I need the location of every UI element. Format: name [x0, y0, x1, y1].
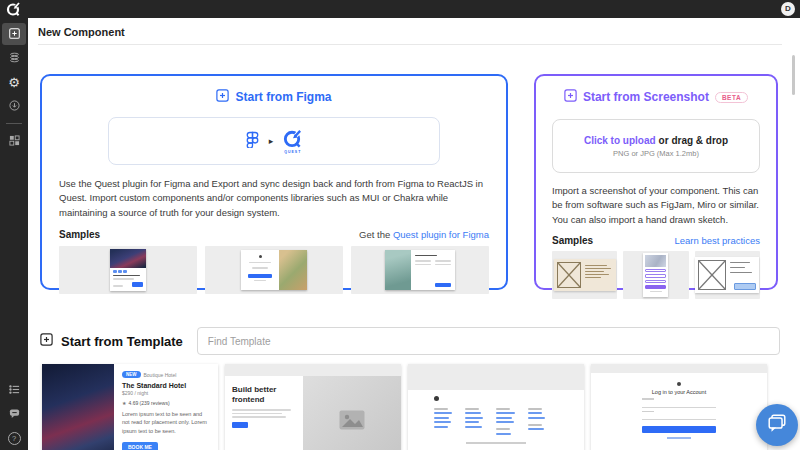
hotel-category: Boutique Hotel	[144, 372, 177, 378]
placeholder-line	[434, 421, 451, 423]
mock-logo	[259, 255, 262, 258]
placeholder-line	[252, 267, 269, 269]
chat-widget-button[interactable]	[756, 404, 798, 446]
start-from-screenshot-card[interactable]: Start from Screenshot BETA Click to uplo…	[534, 74, 778, 290]
footer-column	[434, 405, 452, 437]
placeholder-line	[528, 417, 545, 419]
placeholder-line	[730, 267, 744, 268]
placeholder-line	[496, 417, 512, 419]
sidebar-item-chat[interactable]	[2, 403, 26, 425]
mock-button	[645, 285, 666, 289]
template-hero-card[interactable]: Build better frontend	[225, 364, 401, 450]
hotel-body-text: Lorem ipsum text to be seen and not read…	[122, 410, 210, 435]
book-me-button[interactable]: BOOK ME	[122, 442, 158, 450]
login-mock: Log in to your Account	[591, 373, 767, 450]
wireframe-x-box	[698, 260, 726, 290]
mock-form	[411, 250, 455, 290]
placeholder-line	[465, 426, 482, 428]
arrow-right-icon: ▸	[269, 137, 274, 146]
placeholder-line	[232, 416, 286, 418]
placeholder-line	[496, 412, 515, 414]
download-circle-icon	[9, 97, 20, 115]
quest-logo-caption: QUEST	[284, 150, 301, 154]
get-plugin-text: Get the Quest plugin for Figma	[359, 229, 489, 240]
quest-plugin-link[interactable]: Quest plugin for Figma	[393, 229, 489, 240]
placeholder-line	[642, 398, 654, 400]
wireframe-card-mock	[695, 257, 759, 293]
user-avatar[interactable]: D	[781, 2, 795, 16]
start-from-figma-card[interactable]: Start from Figma ▸	[40, 74, 508, 290]
screenshot-sample-sketch[interactable]	[552, 251, 617, 299]
figma-sample-login[interactable]	[205, 246, 343, 294]
placeholder-line	[435, 264, 451, 266]
mock-input	[642, 402, 716, 408]
mock-photo	[645, 255, 666, 267]
figma-to-quest-graphic: ▸ QUEST	[108, 117, 440, 165]
placeholder-line	[496, 433, 511, 435]
footer-link-columns	[434, 405, 574, 437]
placeholder-line	[585, 277, 602, 278]
mock-body	[110, 268, 146, 291]
placeholder-line	[528, 412, 542, 414]
sidebar-item-export[interactable]	[2, 95, 26, 117]
quest-logo-icon[interactable]	[5, 1, 21, 17]
screenshot-samples-thumbs	[552, 251, 760, 299]
screenshot-card-title: Start from Screenshot	[583, 90, 709, 104]
template-footer-card[interactable]	[408, 364, 584, 450]
sidebar-nav: ⚙	[0, 18, 28, 450]
upload-dropzone[interactable]: Click to uploador drag & drop PNG or JPG…	[552, 119, 760, 173]
placeholder-line	[650, 291, 663, 292]
hotel-badge-row: NEW Boutique Hotel	[122, 371, 210, 378]
mock-field	[645, 269, 666, 273]
best-practices-link[interactable]: Learn best practices	[674, 235, 760, 246]
template-login-card[interactable]: Log in to your Account	[591, 364, 767, 450]
placeholder-line	[113, 275, 140, 277]
hero-title: Build better frontend	[232, 385, 296, 404]
figma-sample-hotel[interactable]	[59, 246, 197, 294]
mock-logo	[434, 396, 439, 401]
samples-label: Samples	[59, 229, 100, 240]
placeholder-line	[434, 426, 448, 428]
placeholder-line	[465, 412, 481, 414]
hotel-card-body: NEW Boutique Hotel The Standard Hotel $2…	[114, 364, 218, 450]
mock-photo	[385, 250, 411, 290]
placeholder-line	[730, 262, 750, 263]
placeholder-line	[113, 278, 134, 280]
mock-field	[642, 411, 716, 421]
mock-photo	[279, 250, 307, 290]
gear-icon: ⚙	[8, 76, 20, 89]
login-mock	[241, 250, 307, 290]
placeholder-line	[496, 408, 510, 410]
placeholder-line	[496, 421, 514, 423]
plus-square-icon	[564, 88, 577, 106]
screenshot-samples-row: Samples Learn best practices	[552, 235, 760, 246]
placeholder-line	[465, 421, 479, 423]
drag-drop-text: or drag & drop	[659, 135, 728, 146]
sketch-notes	[581, 262, 613, 288]
screenshot-sample-mobile[interactable]	[623, 251, 688, 299]
hero-text-panel: Build better frontend	[225, 376, 303, 450]
template-hotel-card[interactable]: NEW Boutique Hotel The Standard Hotel $2…	[42, 364, 218, 450]
sidebar-item-settings[interactable]: ⚙	[2, 71, 26, 93]
get-plugin-prefix: Get the	[359, 229, 390, 240]
sidebar-item-new-component[interactable]	[2, 23, 26, 45]
sidebar-item-layers[interactable]	[2, 47, 26, 69]
click-to-upload-link[interactable]: Click to upload	[584, 135, 656, 146]
mock-chip	[113, 270, 117, 273]
scrollbar-thumb[interactable]	[792, 55, 795, 95]
placeholder-line	[434, 417, 449, 419]
sidebar-item-components[interactable]	[2, 130, 26, 152]
sidebar-item-help[interactable]: ?	[2, 427, 26, 449]
find-template-input[interactable]	[197, 327, 780, 355]
page-title: New Component	[38, 26, 125, 38]
screenshot-sample-wireframe[interactable]	[695, 251, 760, 299]
figma-sample-checkout[interactable]	[351, 246, 489, 294]
image-placeholder-icon	[339, 410, 365, 434]
sidebar-item-changelog[interactable]	[2, 379, 26, 401]
placeholder-line	[465, 408, 479, 410]
components-grid-icon	[9, 132, 20, 150]
hotel-rating-text: 4.69 (239 reviews)	[128, 400, 169, 406]
mock-chips	[113, 270, 143, 273]
mock-form	[241, 250, 279, 290]
footer-column	[465, 405, 483, 437]
